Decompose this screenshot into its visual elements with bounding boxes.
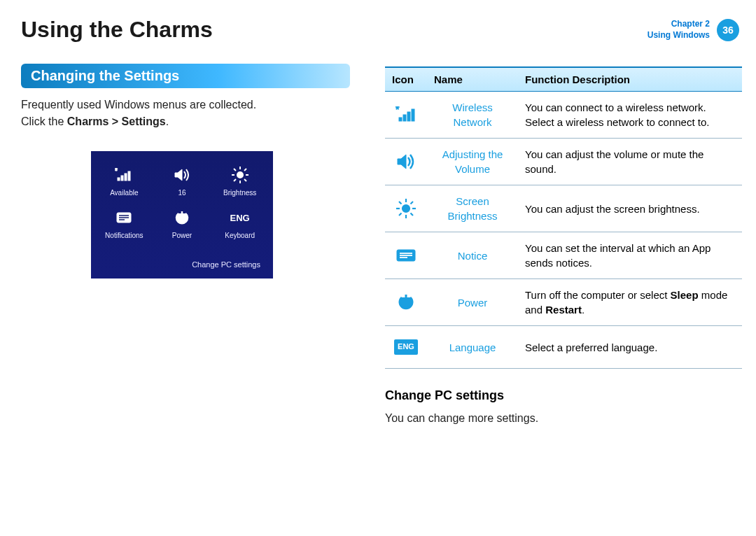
- th-desc: Function Description: [518, 67, 742, 92]
- svg-line-31: [411, 213, 414, 216]
- charm-network-label: Available: [97, 189, 152, 197]
- intro-click-prefix: Click the: [21, 115, 67, 127]
- row-desc: You can set the interval at which an App…: [518, 232, 742, 279]
- page-title: Using the Charms: [21, 17, 213, 43]
- row-name: Notice: [427, 232, 518, 279]
- table-row: Notice You can set the interval at which…: [385, 232, 742, 279]
- row-name: Power: [427, 279, 518, 326]
- svg-line-14: [244, 169, 246, 171]
- charms-footer-link[interactable]: Change PC settings: [97, 239, 267, 270]
- content: Changing the Settings Frequently used Wi…: [0, 50, 756, 427]
- subsection-heading: Change PC settings: [385, 388, 742, 403]
- row-name: Screen Brightness: [427, 185, 518, 232]
- charm-notifications-label: Notifications: [97, 232, 152, 239]
- notifications-icon: [392, 243, 420, 268]
- intro-line2: Click the Charms > Settings.: [21, 113, 357, 130]
- keyboard-icon: ENG: [212, 208, 267, 227]
- row-name: Language: [427, 326, 518, 369]
- table-row: Power Turn off the computer or select Sl…: [385, 279, 742, 326]
- svg-line-32: [399, 213, 402, 216]
- volume-icon: [392, 149, 420, 174]
- svg-rect-4: [128, 171, 130, 181]
- svg-point-25: [402, 205, 410, 212]
- page-header: Using the Charms Chapter 2 Using Windows…: [0, 0, 756, 50]
- language-icon: ENG: [392, 334, 420, 360]
- charm-power[interactable]: Power: [155, 208, 210, 239]
- svg-rect-21: [403, 115, 406, 121]
- svg-rect-20: [399, 118, 402, 121]
- volume-icon: [155, 165, 210, 185]
- chapter-block: Chapter 2 Using Windows: [648, 19, 710, 41]
- network-icon: *: [392, 102, 420, 127]
- chapter-label: Chapter 2: [648, 19, 710, 30]
- left-column: Changing the Settings Frequently used Wi…: [21, 64, 357, 427]
- charm-network[interactable]: * Available: [97, 165, 152, 197]
- svg-line-12: [244, 179, 246, 181]
- charm-notifications[interactable]: Notifications: [97, 208, 152, 239]
- page-number-badge: 36: [717, 19, 739, 41]
- table-header-row: Icon Name Function Description: [385, 67, 742, 92]
- svg-rect-22: [407, 112, 410, 121]
- charm-volume-label: 16: [155, 189, 210, 197]
- svg-text:*: *: [396, 106, 400, 115]
- svg-rect-2: [121, 176, 123, 181]
- notifications-icon: [97, 208, 152, 227]
- charm-keyboard-label: Keyboard: [212, 232, 267, 239]
- th-name: Name: [427, 67, 518, 92]
- charm-brightness-label: Brightness: [212, 189, 267, 197]
- table-row: * Wireless Network You can connect to a …: [385, 92, 742, 139]
- svg-line-11: [234, 169, 236, 171]
- svg-point-6: [237, 172, 243, 178]
- network-icon: *: [97, 165, 152, 185]
- brightness-icon: [392, 196, 420, 221]
- keyboard-lang-text: ENG: [230, 213, 250, 223]
- svg-rect-1: [118, 178, 120, 181]
- table-row: ENG Language Select a preferred language…: [385, 326, 742, 369]
- charms-panel: * Available: [91, 151, 273, 278]
- table-row: Adjusting the Volume You can adjust the …: [385, 139, 742, 185]
- row-name: Adjusting the Volume: [427, 139, 518, 185]
- svg-line-30: [399, 202, 402, 204]
- power-icon: [392, 290, 420, 315]
- intro-line1: Frequently used Windows menus are collec…: [21, 97, 357, 113]
- subsection-body: You can change more settings.: [385, 410, 742, 427]
- right-column: Icon Name Function Description *: [385, 64, 742, 427]
- section-heading: Changing the Settings: [21, 64, 350, 88]
- language-badge: ENG: [394, 339, 418, 354]
- svg-line-33: [411, 202, 414, 204]
- svg-line-13: [234, 179, 236, 181]
- svg-marker-5: [175, 169, 182, 181]
- svg-rect-3: [125, 174, 127, 181]
- charms-grid: * Available: [97, 165, 267, 239]
- row-name: Wireless Network: [427, 92, 518, 139]
- row-desc: You can connect to a wireless network. S…: [518, 92, 742, 139]
- svg-text:*: *: [115, 168, 118, 175]
- row-desc: Turn off the computer or select Sleep mo…: [518, 279, 742, 326]
- charm-keyboard[interactable]: ENG Keyboard: [212, 208, 267, 239]
- charm-volume[interactable]: 16: [155, 165, 210, 197]
- th-icon: Icon: [385, 67, 427, 92]
- charm-brightness[interactable]: Brightness: [212, 165, 267, 197]
- svg-marker-24: [398, 155, 406, 169]
- row-desc: You can adjust the screen brightness.: [518, 185, 742, 232]
- svg-rect-23: [412, 109, 414, 121]
- power-icon: [155, 208, 210, 227]
- chapter-section: Using Windows: [648, 30, 710, 41]
- table-row: Screen Brightness You can adjust the scr…: [385, 185, 742, 232]
- charm-power-label: Power: [155, 232, 210, 239]
- row-desc: You can adjust the volume or mute the so…: [518, 139, 742, 185]
- header-meta: Chapter 2 Using Windows 36: [648, 19, 739, 41]
- intro-click-suffix: .: [166, 115, 169, 127]
- brightness-icon: [212, 165, 267, 185]
- settings-table: Icon Name Function Description *: [385, 66, 742, 369]
- intro-click-bold: Charms > Settings: [67, 115, 166, 127]
- row-desc: Select a preferred language.: [518, 326, 742, 369]
